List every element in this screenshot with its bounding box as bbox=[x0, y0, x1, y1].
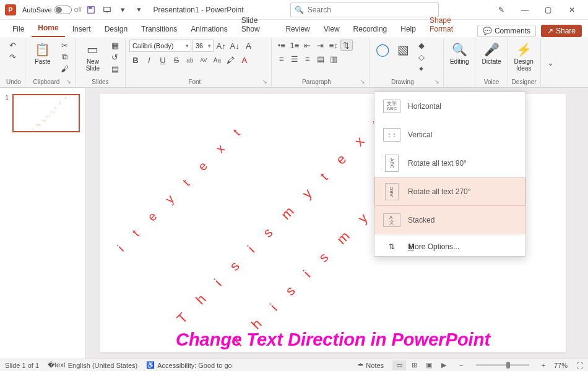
tab-animations[interactable]: Animations bbox=[184, 22, 233, 37]
change-case-button[interactable]: Aa bbox=[211, 54, 223, 66]
tab-view[interactable]: View bbox=[318, 22, 346, 37]
strike-button[interactable]: S bbox=[170, 54, 183, 66]
thumbnail-pane[interactable]: 1 T h i s i s m y T h i s bbox=[0, 88, 85, 359]
slideshow-view-button[interactable]: ▶ bbox=[437, 360, 451, 370]
text-direction-stacked[interactable]: A文 Stacked bbox=[374, 206, 525, 234]
cut-button[interactable]: ✂ bbox=[59, 40, 71, 51]
share-button[interactable]: ↗ Share bbox=[541, 25, 582, 37]
shapes-gallery[interactable]: ◯ bbox=[373, 40, 392, 59]
numbering-button[interactable]: 1≡ bbox=[288, 40, 301, 51]
shape-outline-button[interactable]: ◇ bbox=[415, 51, 428, 62]
text-direction-vertical[interactable]: ⋮⋮ Vertical bbox=[374, 121, 525, 149]
dictate-button[interactable]: 🎤Dictate bbox=[479, 40, 503, 66]
underline-button[interactable]: U bbox=[157, 54, 169, 66]
columns-button[interactable]: ▥ bbox=[327, 53, 340, 64]
justify-button[interactable]: ▤ bbox=[314, 53, 327, 64]
shadow-button[interactable]: ab bbox=[184, 54, 196, 66]
align-left-button[interactable]: ≡ bbox=[275, 53, 288, 64]
font-family-select[interactable]: Calibri (Body) bbox=[129, 40, 191, 52]
autosave-control[interactable]: AutoSave Off bbox=[22, 6, 82, 14]
shape-effects-button[interactable]: ✦ bbox=[415, 63, 428, 74]
text-direction-menu: 文字ABC Horizontal ⋮⋮ Vertical ABC Rotate … bbox=[374, 92, 526, 257]
paste-button[interactable]: 📋Paste bbox=[29, 40, 56, 66]
tab-insert[interactable]: Insert bbox=[66, 22, 97, 37]
ribbon: ↶↷ Undo 📋Paste ✂⧉🖌 Clipboard↘ ▭New Slide… bbox=[0, 37, 588, 88]
minimize-button[interactable]: — bbox=[514, 1, 536, 19]
indent-dec-button[interactable]: ⇤ bbox=[301, 40, 314, 51]
save-icon[interactable] bbox=[84, 3, 98, 17]
document-title: Presentation1 - PowerPoint bbox=[153, 6, 244, 14]
tab-shape-format[interactable]: Shape Format bbox=[423, 14, 475, 37]
zoom-out-button[interactable]: − bbox=[459, 362, 463, 369]
search-box[interactable]: 🔍 bbox=[290, 2, 439, 17]
text-direction-button[interactable]: ⇅ bbox=[340, 40, 353, 51]
bold-button[interactable]: B bbox=[129, 54, 142, 66]
close-button[interactable]: ✕ bbox=[561, 1, 583, 19]
arrange-button[interactable]: ▧ bbox=[394, 40, 413, 59]
text-direction-horizontal[interactable]: 文字ABC Horizontal bbox=[374, 92, 525, 121]
ink-icon[interactable]: ✎ bbox=[490, 1, 512, 19]
tab-design[interactable]: Design bbox=[98, 22, 134, 37]
align-right-button[interactable]: ≡ bbox=[301, 53, 314, 64]
notes-button[interactable]: ≐ Notes bbox=[358, 361, 384, 369]
font-launcher[interactable]: ↘ bbox=[262, 79, 267, 85]
search-input[interactable] bbox=[308, 6, 435, 14]
sorter-view-button[interactable]: ⊞ bbox=[407, 360, 421, 370]
italic-button[interactable]: I bbox=[143, 54, 155, 66]
zoom-slider[interactable] bbox=[476, 364, 529, 366]
more-options-icon: ⇅ bbox=[383, 242, 400, 251]
slide-indicator[interactable]: Slide 1 of 1 bbox=[5, 362, 39, 369]
ribbon-collapse-button[interactable]: ⌄ bbox=[545, 57, 557, 68]
text-direction-rotate270[interactable]: ABC Rotate all text 270° bbox=[374, 177, 525, 206]
paragraph-launcher[interactable]: ↘ bbox=[360, 79, 365, 85]
clear-format-button[interactable]: A̶ bbox=[242, 40, 254, 51]
language-status[interactable]: �text English (United States) bbox=[48, 361, 137, 369]
layout-button[interactable]: ▦ bbox=[109, 40, 121, 51]
editing-button[interactable]: 🔍Editing bbox=[447, 40, 472, 66]
tab-transitions[interactable]: Transitions bbox=[135, 22, 183, 37]
normal-view-button[interactable]: ▭ bbox=[392, 360, 406, 370]
accessibility-status[interactable]: ♿ Accessibility: Good to go bbox=[146, 361, 231, 369]
comments-button[interactable]: 💬 Comments bbox=[477, 25, 536, 37]
fit-window-button[interactable]: ⛶ bbox=[576, 362, 583, 369]
font-size-select[interactable]: 36 bbox=[192, 40, 214, 52]
bullets-button[interactable]: •≡ bbox=[275, 40, 288, 51]
tab-review[interactable]: Review bbox=[279, 22, 316, 37]
undo-button[interactable]: ↶ bbox=[6, 40, 19, 51]
slide-thumbnail[interactable]: T h i s i s m y T h i s bbox=[12, 94, 80, 132]
tab-slideshow[interactable]: Slide Show bbox=[235, 14, 279, 37]
new-slide-button[interactable]: ▭New Slide bbox=[79, 40, 106, 73]
drawing-launcher[interactable]: ↘ bbox=[435, 79, 439, 85]
autosave-toggle[interactable] bbox=[54, 6, 72, 14]
grow-font-button[interactable]: A↑ bbox=[215, 40, 227, 51]
line-spacing-button[interactable]: ≡↕ bbox=[327, 40, 340, 51]
highlight-button[interactable]: 🖍 bbox=[225, 54, 237, 66]
zoom-level[interactable]: 77% bbox=[554, 362, 568, 369]
format-painter-button[interactable]: 🖌 bbox=[59, 63, 71, 74]
section-button[interactable]: ▤ bbox=[109, 63, 121, 74]
qat-overflow-icon[interactable]: ▼ bbox=[132, 3, 146, 17]
maximize-button[interactable]: ▢ bbox=[537, 1, 560, 19]
qat-more-icon[interactable]: ▾ bbox=[116, 3, 130, 17]
slide-text-3[interactable]: i t e y t e x t bbox=[115, 121, 248, 255]
shape-fill-button[interactable]: ◆ bbox=[415, 40, 428, 51]
font-color-button[interactable]: A bbox=[238, 54, 251, 66]
text-direction-more-options[interactable]: ⇅ MMore Options... bbox=[374, 237, 525, 256]
clipboard-launcher[interactable]: ↘ bbox=[66, 79, 71, 85]
tab-file[interactable]: File bbox=[6, 22, 30, 37]
shrink-font-button[interactable]: A↓ bbox=[228, 40, 241, 51]
redo-button[interactable]: ↷ bbox=[6, 51, 19, 62]
tab-help[interactable]: Help bbox=[394, 22, 422, 37]
design-ideas-button[interactable]: ⚡Design Ideas bbox=[512, 40, 536, 73]
copy-button[interactable]: ⧉ bbox=[59, 51, 71, 62]
indent-inc-button[interactable]: ⇥ bbox=[314, 40, 327, 51]
tab-recording[interactable]: Recording bbox=[347, 22, 394, 37]
tab-home[interactable]: Home bbox=[32, 21, 64, 37]
align-center-button[interactable]: ☰ bbox=[288, 53, 301, 64]
char-spacing-button[interactable]: AV bbox=[197, 54, 210, 66]
text-direction-rotate90[interactable]: ABC Rotate all text 90° bbox=[374, 149, 525, 177]
present-icon[interactable] bbox=[100, 3, 114, 17]
zoom-in-button[interactable]: + bbox=[542, 362, 545, 369]
reset-button[interactable]: ↺ bbox=[109, 51, 121, 62]
reading-view-button[interactable]: ▣ bbox=[422, 360, 436, 370]
